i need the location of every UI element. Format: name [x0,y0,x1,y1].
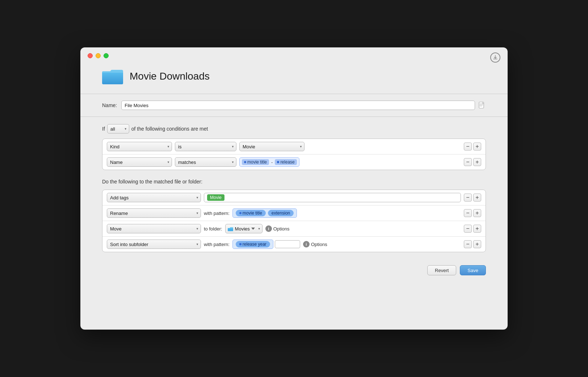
is-condition-wrapper[interactable]: is is not contains ▼ [175,142,236,151]
sort-select[interactable]: Sort into subfolder Move Rename [107,240,201,249]
sort-info-icon: i [303,241,310,247]
actions-label: Do the following to the matched file or … [102,179,486,185]
tags-row-controls: − + [464,194,481,202]
release-token-text: release [280,160,294,165]
movie-value-select[interactable]: Movie Music Document [239,142,304,151]
sort-token-field: release year [232,240,300,249]
rename-row-minus[interactable]: − [464,209,472,217]
release-token[interactable]: release [275,159,297,165]
move-info-icon: i [265,225,272,232]
move-row-controls: − + [464,225,481,233]
move-row-minus[interactable]: − [464,225,472,233]
empty-token-box[interactable] [275,240,300,248]
conditions-box: Kind Name Date ▼ is is not contains ▼ [102,139,486,170]
release-year-text: release year [243,242,266,247]
movie-value-wrapper[interactable]: Movie Music Document ▼ [239,142,304,151]
to-folder-label: to folder: [204,226,222,232]
release-token-square [277,161,279,163]
tags-row-plus[interactable]: + [473,194,481,202]
download-icon[interactable] [490,52,500,63]
rename-select[interactable]: Rename Add tags Move [107,208,201,218]
name-field-select[interactable]: Name Kind Date [107,157,172,167]
rename-movie-title-token[interactable]: movie title [236,210,266,216]
move-row-plus[interactable]: + [473,225,481,233]
folder-select-wrapper[interactable]: Movies ▼ [225,224,262,233]
revert-button[interactable]: Revert [427,265,456,275]
matches-wrapper[interactable]: matches contains starts with ends with ▼ [175,157,236,167]
release-year-square [239,243,242,245]
name-input[interactable] [121,101,475,110]
rename-with-pattern-label: with pattern: [204,211,230,216]
footer-buttons: Revert Save [80,259,508,281]
rename-token-field: movie title extension [232,208,461,218]
name-token-field[interactable]: movie title - release [239,157,299,167]
release-year-token[interactable]: release year [236,241,270,247]
movie-title-token-text: movie title [247,160,267,165]
rename-extension-text: extension [272,211,290,216]
folder-icon [102,68,124,85]
action-row-sort: Sort into subfolder Move Rename ▼ with p… [102,237,486,252]
sort-wrapper[interactable]: Sort into subfolder Move Rename ▼ [107,240,201,249]
rename-title-text: movie title [243,211,262,216]
rename-wrapper[interactable]: Rename Add tags Move ▼ [107,208,201,218]
name-row-plus[interactable]: + [473,158,481,166]
move-options[interactable]: i Options [265,225,290,232]
movie-tag-badge[interactable]: Movie [207,194,224,201]
svg-rect-1 [102,71,123,84]
sort-pattern-container[interactable]: release year [232,240,273,249]
rename-row-controls: − + [464,209,481,217]
token-separator: - [270,160,273,165]
name-label: Name: [102,102,117,108]
sort-row-plus[interactable]: + [473,240,481,248]
kind-row-controls: − + [464,143,481,151]
is-condition-select[interactable]: is is not contains [175,142,236,151]
maximize-button[interactable] [104,53,109,58]
sort-options-text: Options [311,242,327,247]
name-input-wrapper [121,101,486,110]
matches-select[interactable]: matches contains starts with ends with [175,157,236,167]
folder-select-chevron: ▼ [258,227,261,230]
sort-options[interactable]: i Options [303,241,327,247]
name-row-minus[interactable]: − [464,158,472,166]
sort-with-pattern-label: with pattern: [204,242,230,247]
header-section: Movie Downloads [80,64,508,94]
rename-title-dot [239,212,242,214]
action-row-move: Move Copy Rename ▼ to folder: Movies ▼ [102,221,486,237]
doc-icon[interactable] [478,101,486,109]
name-row-controls: − + [464,158,481,166]
add-tags-wrapper[interactable]: Add tags Rename Move Copy ▼ [107,193,201,202]
move-wrapper[interactable]: Move Copy Rename ▼ [107,224,201,233]
conditions-section: If all any none ▼ of the following condi… [80,117,508,259]
close-button[interactable] [88,53,93,58]
kind-field-select[interactable]: Kind Name Date [107,142,172,151]
minimize-button[interactable] [96,53,101,58]
sort-row-controls: − + [464,240,481,248]
rename-row-plus[interactable]: + [473,209,481,217]
kind-field-wrapper[interactable]: Kind Name Date ▼ [107,142,172,151]
if-text: If [102,126,105,132]
movie-title-token-dot [244,161,246,163]
sort-row-minus[interactable]: − [464,240,472,248]
rename-extension-token[interactable]: extension [268,210,294,216]
save-button[interactable]: Save [460,265,486,275]
action-row-tags: Add tags Rename Move Copy ▼ Movie − + [102,190,486,206]
all-select-wrapper[interactable]: all any none ▼ [107,124,129,134]
conditions-suffix: of the following conditions are met [131,126,208,132]
movie-title-token[interactable]: movie title [242,159,269,165]
tag-input-area[interactable]: Movie [204,193,461,202]
actions-box: Add tags Rename Move Copy ▼ Movie − + [102,190,486,252]
condition-row-kind: Kind Name Date ▼ is is not contains ▼ [102,139,486,154]
rename-pattern-container[interactable]: movie title extension [232,208,297,218]
name-field-wrapper[interactable]: Name Kind Date ▼ [107,157,172,167]
title-bar [80,47,508,64]
all-select[interactable]: all any none [107,124,129,134]
condition-row-name: Name Kind Date ▼ matches contains starts… [102,154,486,170]
name-section: Name: [80,94,508,117]
kind-row-minus[interactable]: − [464,143,472,151]
tags-row-minus[interactable]: − [464,194,472,202]
action-row-rename: Rename Add tags Move ▼ with pattern: mov… [102,206,486,221]
folder-name-text: Movies [235,226,255,232]
add-tags-select[interactable]: Add tags Rename Move Copy [107,193,201,202]
kind-row-plus[interactable]: + [473,143,481,151]
move-select[interactable]: Move Copy Rename [107,224,201,233]
